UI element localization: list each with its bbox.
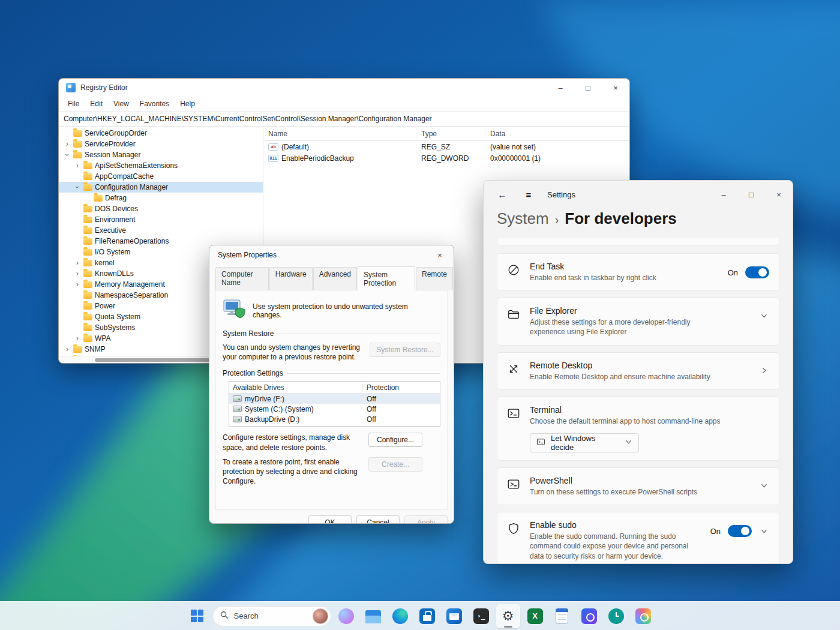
tree-expander-icon[interactable]: › bbox=[64, 345, 71, 353]
back-button[interactable]: ← bbox=[492, 185, 512, 203]
minimize-button[interactable]: – bbox=[547, 79, 574, 97]
settings-card-enable-sudo[interactable]: Enable sudoEnable the sudo command. Runn… bbox=[497, 512, 779, 564]
start-button[interactable] bbox=[185, 604, 209, 628]
tree-item[interactable]: Environment bbox=[59, 214, 263, 225]
tree-item[interactable]: ›ServiceProvider bbox=[59, 139, 263, 149]
excel-icon[interactable]: X bbox=[523, 604, 547, 628]
tree-expander-icon[interactable]: › bbox=[63, 151, 71, 158]
search-placeholder: Search bbox=[234, 611, 307, 620]
tree-expander-icon[interactable]: › bbox=[74, 280, 81, 289]
file-explorer-icon[interactable] bbox=[361, 604, 385, 628]
drive-row[interactable]: System (C:) (System)Off bbox=[229, 404, 440, 414]
tree-item[interactable]: ›Configuration Manager bbox=[59, 182, 263, 193]
tree-item[interactable]: Executive bbox=[59, 225, 263, 236]
system-restore-button[interactable]: System Restore... bbox=[370, 343, 440, 357]
learn-more-link[interactable]: Learn more bbox=[530, 563, 702, 564]
photos-icon[interactable] bbox=[631, 604, 655, 628]
terminal-icon[interactable]: ›_ bbox=[469, 604, 493, 628]
registry-address-bar[interactable]: Computer\HKEY_LOCAL_MACHINE\SYSTEM\Curre… bbox=[59, 111, 629, 127]
chevron-down-icon[interactable] bbox=[759, 526, 769, 536]
tree-item[interactable]: ›Session Manager bbox=[59, 149, 263, 160]
copilot-icon[interactable] bbox=[334, 604, 358, 628]
settings-card-remote-desktop[interactable]: Remote DesktopEnable Remote Desktop and … bbox=[497, 352, 779, 390]
menu-edit[interactable]: Edit bbox=[85, 98, 108, 109]
folder-icon bbox=[83, 163, 92, 169]
folder-icon bbox=[83, 281, 92, 288]
settings-card-end-task[interactable]: End TaskEnable end task in taskbar by ri… bbox=[497, 253, 779, 291]
maximize-button[interactable]: □ bbox=[574, 79, 602, 97]
drive-name: System (C:) (System) bbox=[245, 405, 314, 413]
tab-hardware[interactable]: Hardware bbox=[269, 267, 313, 290]
chevron-down-icon[interactable] bbox=[759, 311, 769, 321]
search-box[interactable]: Search bbox=[212, 606, 331, 626]
search-icon bbox=[220, 611, 229, 622]
menu-help[interactable]: Help bbox=[175, 98, 200, 109]
tree-item[interactable]: ›ApiSetSchemaExtensions bbox=[59, 160, 263, 171]
navigation-menu-button[interactable]: ≡ bbox=[518, 185, 539, 203]
cancel-button[interactable]: Cancel bbox=[356, 515, 400, 524]
breadcrumb-system[interactable]: System bbox=[497, 209, 549, 228]
folder-icon bbox=[83, 206, 92, 212]
registry-titlebar[interactable]: Registry Editor – □ × bbox=[59, 79, 629, 97]
ok-button[interactable]: OK bbox=[308, 515, 352, 524]
settings-titlebar[interactable]: ← ≡ Settings – □ × bbox=[484, 181, 793, 208]
apply-button[interactable]: Apply bbox=[404, 515, 448, 524]
column-protection[interactable]: Protection bbox=[363, 383, 440, 392]
settings-card-file-explorer[interactable]: File ExplorerAdjust these settings for a… bbox=[497, 298, 779, 345]
tree-expander-icon[interactable]: › bbox=[64, 140, 71, 148]
tree-item[interactable]: DOS Devices bbox=[59, 203, 263, 214]
outlook-icon[interactable] bbox=[442, 604, 466, 628]
tree-item[interactable]: ServiceGroupOrder bbox=[59, 128, 263, 139]
clock-icon[interactable] bbox=[604, 604, 628, 628]
maximize-button[interactable]: □ bbox=[737, 181, 765, 208]
menu-favorites[interactable]: Favorites bbox=[134, 98, 175, 109]
column-header-data[interactable]: Data bbox=[485, 129, 629, 139]
settings-card-terminal[interactable]: TerminalChoose the default terminal app … bbox=[497, 397, 779, 461]
settings-card-powershell[interactable]: PowerShellTurn on these settings to exec… bbox=[497, 467, 779, 505]
drive-row[interactable]: myDrive (F:)Off bbox=[229, 394, 440, 404]
tab-system-protection[interactable]: System Protection bbox=[358, 266, 415, 290]
tree-item[interactable]: AppCompatCache bbox=[59, 171, 263, 182]
tree-expander-icon[interactable]: › bbox=[74, 161, 81, 170]
end-task-toggle[interactable] bbox=[745, 266, 769, 278]
powershell-icon bbox=[507, 476, 521, 493]
enable-sudo-toggle[interactable] bbox=[728, 525, 752, 537]
chevron-right-icon[interactable] bbox=[759, 365, 769, 376]
settings-icon[interactable]: ⚙ bbox=[496, 604, 520, 628]
column-available-drives[interactable]: Available Drives bbox=[229, 383, 363, 392]
folder-icon bbox=[73, 130, 82, 137]
menu-view[interactable]: View bbox=[108, 98, 134, 109]
chevron-down-icon[interactable] bbox=[759, 481, 769, 491]
tree-item[interactable]: Defrag bbox=[59, 193, 263, 203]
registry-value-row[interactable]: ab(Default)REG_SZ(value not set) bbox=[263, 141, 629, 152]
drive-name: myDrive (F:) bbox=[245, 395, 284, 403]
configure-button[interactable]: Configure... bbox=[368, 433, 422, 447]
notepad-icon[interactable] bbox=[550, 604, 574, 628]
tree-expander-icon[interactable]: › bbox=[74, 259, 81, 267]
registry-value-row[interactable]: 011EnablePeriodicBackupREG_DWORD0x000000… bbox=[263, 152, 629, 164]
tree-expander-icon[interactable]: › bbox=[73, 184, 82, 191]
tab-computer-name[interactable]: Computer Name bbox=[215, 267, 269, 290]
edge-icon[interactable] bbox=[388, 604, 412, 628]
dev-home-icon[interactable] bbox=[577, 604, 601, 628]
dialog-titlebar[interactable]: System Properties × bbox=[209, 245, 454, 265]
close-button[interactable]: × bbox=[765, 181, 793, 208]
tree-expander-icon[interactable]: › bbox=[74, 269, 81, 278]
minimize-button[interactable]: – bbox=[710, 181, 737, 208]
menu-file[interactable]: File bbox=[62, 98, 85, 109]
folder-icon bbox=[83, 217, 92, 223]
close-button[interactable]: × bbox=[602, 79, 629, 97]
terminal-default-dropdown[interactable]: Let Windows decide bbox=[530, 433, 639, 452]
column-header-name[interactable]: Name bbox=[263, 129, 416, 139]
tab-remote[interactable]: Remote bbox=[416, 267, 453, 290]
value-type: REG_DWORD bbox=[416, 154, 485, 163]
drive-protection-status: Off bbox=[363, 405, 440, 413]
store-icon[interactable] bbox=[415, 604, 439, 628]
tab-advanced[interactable]: Advanced bbox=[313, 267, 357, 290]
tree-expander-icon[interactable]: › bbox=[74, 334, 81, 343]
column-header-type[interactable]: Type bbox=[416, 129, 485, 139]
close-button[interactable]: × bbox=[426, 245, 454, 265]
drive-row[interactable]: BackupDrive (D:)Off bbox=[229, 414, 440, 424]
search-highlight-image[interactable] bbox=[313, 608, 328, 624]
create-button[interactable]: Create... bbox=[368, 457, 422, 472]
